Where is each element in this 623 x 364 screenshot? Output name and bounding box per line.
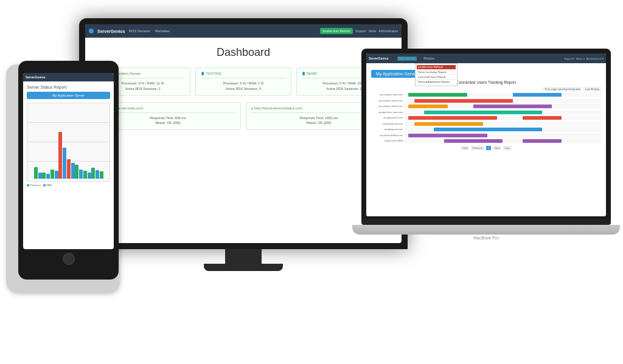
laptop-screen-wrap: ServerGenius RDS Servers Websites Suppor… [361, 49, 611, 219]
ipad-bar-13 [71, 163, 75, 179]
brand-icon [89, 29, 94, 33]
ipad-chart-area [27, 103, 110, 182]
ram-legend-dot [43, 184, 46, 187]
ipad-home-button[interactable] [63, 253, 75, 265]
lap-bar-7-0 [408, 134, 487, 137]
laptop-nav-admin[interactable]: Administration ▾ [586, 57, 604, 60]
ipad-bar-7 [91, 168, 95, 179]
monitor-bezel: ServerGenius RDS Servers Websites Enable… [79, 18, 408, 249]
laptop-report-title: Connected Users Tracking Report [371, 80, 601, 84]
lap-page-btn-3[interactable]: Next [493, 146, 501, 150]
monitor-admin-btn[interactable]: Administration [378, 29, 398, 33]
monitor-brand: ServerGenius [97, 29, 125, 33]
laptop-timeline-filter-option[interactable]: Last 30 days [583, 87, 601, 91]
lap-bar-0-0 [408, 93, 467, 97]
laptop-nav-websites[interactable]: Websites [423, 57, 434, 60]
server-icon-2: 👤 [302, 72, 305, 75]
laptop-dropdown-item-1[interactable]: Connected Users Reports [417, 75, 456, 80]
lap-timeline-row-4: my-app-server2.com [371, 115, 601, 120]
ipad-bar-0 [34, 167, 38, 179]
lap-bar-4-1 [523, 116, 562, 120]
laptop-nav-alerts[interactable]: Alerts ▾ [576, 57, 584, 60]
monitor-website-1-url: http://terminalserviceplus.com [254, 106, 302, 110]
lap-timeline-row-7: my-remote-desktop.com [371, 133, 601, 138]
lap-page-btn-1[interactable]: Previous [471, 146, 484, 150]
ipad-bar-9 [38, 173, 42, 179]
ipad-bar-5 [75, 165, 78, 179]
laptop-nav-rds[interactable]: RDS Servers [397, 57, 417, 61]
ipad-bar-1 [42, 173, 46, 179]
ipad-legend-ram-label: RAM [46, 184, 52, 187]
monitor-card-1-proc: Processor: 0 % / RAM: 7 % [201, 81, 285, 86]
ipad: ServerGenius Server Status Report My App… [12, 61, 122, 292]
ipad-legend-ram: RAM [43, 184, 52, 187]
laptop-timeline: Time range reporting history limit Last … [371, 87, 601, 143]
monitor-card-1-stats: Processor: 0 % / RAM: 7 % Active RDS Ses… [201, 81, 285, 92]
ipad-brand: ServerGenius [26, 75, 46, 79]
ipad-bar-15 [88, 173, 91, 179]
ipad-bar-4 [67, 159, 71, 179]
laptop-timeline-filter-label: Time range reporting history limit [543, 87, 582, 91]
lap-bar-area-5 [405, 122, 601, 126]
server-icon-1: 👤 [201, 72, 204, 75]
monitor-stand-base [204, 264, 283, 271]
lap-bar-4-0 [408, 116, 496, 120]
laptop-dropdown-header: Enable Auto Refresh [417, 65, 456, 69]
ipad-bar-2 [50, 170, 54, 179]
monitor-content: Dashboard 👤 My Application Server Proces… [85, 38, 402, 136]
monitor-navbar: ServerGenius RDS Servers Websites Enable… [85, 24, 402, 38]
laptop-dropdown-item-0[interactable]: Server monitoring Reports [417, 70, 456, 75]
ipad-server-card[interactable]: My Application Server [27, 92, 110, 99]
lap-timeline-row-0: my-computer-name.com [371, 92, 601, 97]
monitor-server-cards: 👤 My Application Server Processor: 8 % /… [95, 67, 392, 96]
lap-bar-area-2 [405, 104, 601, 109]
monitor-nav-links: RDS Servers Websites [129, 29, 317, 33]
monitor: ServerGenius RDS Servers Websites Enable… [79, 18, 408, 273]
monitor-website-cards: ● http://docs.rds-tools.com Response Tim… [95, 102, 392, 131]
lap-bar-5-0 [414, 122, 483, 126]
ipad-bar-16 [96, 170, 99, 179]
lap-timeline-row-1: my-computer-name2.com [371, 98, 601, 103]
lap-bar-3-0 [424, 111, 542, 114]
ipad-screen: ServerGenius Server Status Report My App… [23, 73, 114, 249]
lap-row-label-6: my-laptop-user.com [371, 128, 405, 131]
monitor-support-btn[interactable]: Support [355, 29, 366, 33]
monitor-card-2-label: DEMO [307, 72, 318, 75]
lap-row-label-7: my-remote-desktop.com [371, 134, 405, 137]
monitor-nav-websites[interactable]: Websites [155, 29, 170, 33]
lap-bar-area-0 [405, 92, 601, 97]
ipad-content: Server Status Report My Application Serv… [23, 81, 114, 190]
laptop-label: MacBook Pro [361, 236, 611, 240]
lap-bar-area-6 [405, 127, 601, 132]
monitor-card-1: 👤 TESTING Processor: 0 % / RAM: 7 % Acti… [195, 67, 291, 96]
monitor-nav-rds[interactable]: RDS Servers [129, 29, 150, 33]
lap-bar-1-0 [414, 99, 513, 103]
laptop-nav-support[interactable]: Support ▾ [564, 57, 574, 60]
lap-row-label-2: my-computer-name3.com [371, 105, 405, 108]
monitor-card-1-title: 👤 TESTING [201, 72, 285, 78]
lap-bar-8-1 [523, 139, 562, 143]
laptop-hinge [361, 219, 611, 225]
monitor-alerts-btn[interactable]: Alerts [369, 29, 377, 33]
ipad-bar-6 [83, 171, 87, 179]
lap-timeline-row-3: my-app-server-name.com [371, 110, 601, 115]
apple-logo-icon [0, 95, 12, 107]
lap-page-btn-2[interactable]: 1 [486, 146, 491, 150]
lap-timeline-row-2: my-computer-name3.com [371, 104, 601, 109]
laptop-brand: ServerGenius [369, 57, 389, 60]
ipad-front: ServerGenius Server Status Report My App… [18, 61, 119, 280]
monitor-card-1-label: TESTING [206, 72, 221, 75]
laptop-base [352, 225, 620, 235]
laptop-nav-right: Support ▾ Alerts ▾ Administration ▾ [564, 57, 604, 60]
monitor-refresh-btn[interactable]: Enable Auto Refresh [320, 28, 353, 34]
lap-bar-2-1 [473, 105, 552, 108]
lap-page-btn-0[interactable]: First [461, 146, 469, 150]
lap-bar-area-4 [405, 115, 601, 120]
laptop-dropdown-item-2[interactable]: Running Applications Reports [417, 80, 456, 84]
lap-row-label-3: my-app-server-name.com [371, 111, 405, 114]
lap-row-label-4: my-app-server2.com [371, 117, 405, 119]
lap-bar-area-8 [405, 139, 601, 143]
monitor-screen: ServerGenius RDS Servers Websites Enable… [85, 24, 402, 243]
lap-page-btn-4[interactable]: Last [503, 146, 512, 150]
chart-gridline-2 [27, 142, 110, 142]
